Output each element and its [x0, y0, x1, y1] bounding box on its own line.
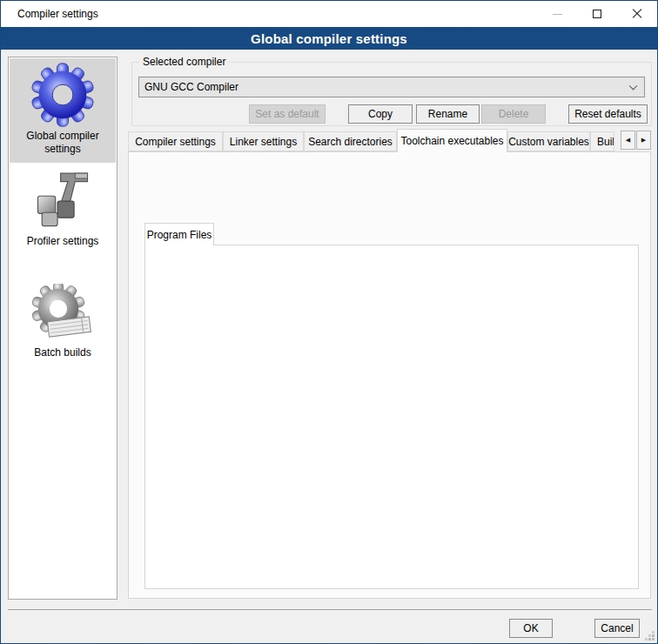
sidebar-item-global-compiler-settings[interactable]: Global compiler settings [10, 58, 116, 163]
rename-button[interactable]: Rename [416, 104, 480, 124]
resize-grip[interactable] [652, 638, 655, 641]
minimize-icon [553, 14, 562, 15]
arrow-right-icon: ▶ [641, 137, 646, 144]
maximize-button[interactable] [577, 1, 617, 27]
reset-defaults-button[interactable]: Reset defaults [568, 104, 648, 124]
tab-label: Search directories [308, 136, 393, 148]
tab-label: Toolchain executables [400, 135, 503, 147]
reset-defaults-label: Reset defaults [574, 108, 641, 120]
compiler-select-value: GNU GCC Compiler [144, 81, 238, 93]
rename-label: Rename [428, 108, 467, 120]
tab-search-directories[interactable]: Search directories [304, 131, 397, 151]
set-as-default-button[interactable]: Set as default [249, 104, 326, 124]
dialog-header: Global compiler settings [1, 27, 657, 50]
ok-button[interactable]: OK [509, 619, 553, 638]
tab-compiler-settings[interactable]: Compiler settings [128, 131, 223, 151]
tab-scroll-left-button[interactable]: ◀ [621, 131, 635, 150]
subtab-label: Program Files [147, 229, 212, 241]
tab-toolchain-executables[interactable]: Toolchain executables [397, 129, 507, 152]
sidebar-item-label: Batch builds [34, 346, 91, 359]
tab-custom-variables[interactable]: Custom variables [507, 131, 590, 151]
program-files-panel [144, 245, 639, 589]
selected-compiler-group-label: Selected compiler [139, 56, 229, 69]
sidebar-item-batch-builds[interactable]: Batch builds [10, 280, 116, 367]
blue-gear-icon [30, 62, 96, 128]
tab-label: Compiler settings [135, 136, 216, 148]
sidebar-item-label: Global compiler settings [10, 130, 116, 156]
compiler-select[interactable]: GNU GCC Compiler [138, 77, 645, 97]
arrow-left-icon: ◀ [626, 137, 630, 144]
cancel-label: Cancel [601, 622, 633, 634]
sidebar-item-label: Profiler settings [27, 235, 99, 248]
copy-label: Copy [368, 108, 393, 120]
minimize-button[interactable] [537, 1, 577, 27]
close-icon [632, 9, 642, 19]
chevron-down-icon [629, 82, 638, 91]
sidebar-item-profiler-settings[interactable]: Profiler settings [10, 165, 116, 256]
gray-gear-stack-icon [31, 284, 94, 345]
footer-divider [8, 609, 652, 610]
ok-label: OK [523, 622, 538, 634]
tab-build[interactable]: Build [590, 131, 614, 151]
delete-button[interactable]: Delete [481, 104, 546, 124]
window-title: Compiler settings [17, 8, 98, 20]
calipers-cubes-icon [30, 167, 96, 233]
copy-button[interactable]: Copy [348, 104, 413, 124]
cancel-button[interactable]: Cancel [594, 619, 640, 638]
delete-label: Delete [499, 108, 529, 120]
tab-label: Linker settings [230, 136, 297, 148]
maximize-icon [593, 10, 601, 18]
tab-label: Build [597, 136, 614, 148]
set-as-default-label: Set as default [255, 108, 319, 120]
tab-scroll-right-button[interactable]: ▶ [636, 131, 651, 150]
tab-linker-settings[interactable]: Linker settings [223, 131, 304, 151]
tab-label: Custom variables [508, 136, 589, 148]
settings-sidebar: Global compiler settings Profiler settin… [8, 57, 118, 600]
close-button[interactable] [617, 1, 657, 27]
compiler-settings-dialog: Compiler settings Global compiler settin… [0, 0, 658, 644]
subtab-program-files[interactable]: Program Files [144, 223, 214, 245]
titlebar[interactable]: Compiler settings [1, 1, 657, 27]
page-title: Global compiler settings [251, 31, 407, 46]
